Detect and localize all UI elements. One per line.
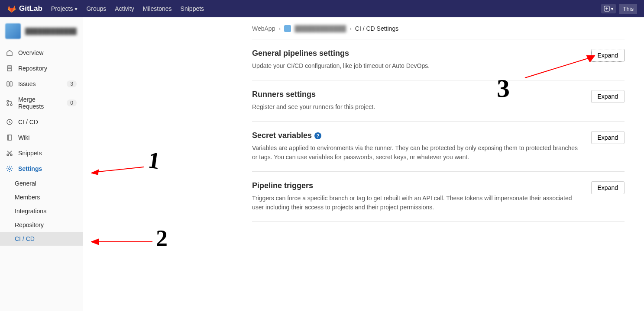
sidebar-item-label: Overview xyxy=(18,49,43,56)
annotation-number-3: 3 xyxy=(497,74,510,103)
sidebar-subitem-integrations[interactable]: Integrations xyxy=(0,204,83,218)
breadcrumb-project[interactable]: ████████████ xyxy=(294,25,346,32)
project-name: ████████████ xyxy=(25,28,77,35)
breadcrumbs: WebApp › ████████████ › CI / CD Settings xyxy=(252,25,625,39)
sidebar-item-snippets[interactable]: Snippets xyxy=(0,145,83,161)
svg-line-17 xyxy=(94,167,144,172)
gear-icon xyxy=(6,165,13,172)
sidebar-subitem-cicd[interactable]: CI / CD xyxy=(0,232,83,246)
section-desc: Register and see your runners for this p… xyxy=(252,103,583,112)
sidebar-item-settings[interactable]: Settings xyxy=(0,161,83,176)
home-icon xyxy=(6,49,13,56)
chevron-right-icon: › xyxy=(278,25,281,32)
breadcrumb-root[interactable]: WebApp xyxy=(252,25,275,32)
sidebar-item-label: Issues xyxy=(18,80,36,87)
sidebar-item-overview[interactable]: Overview xyxy=(0,45,83,61)
issues-badge: 3 xyxy=(67,80,77,87)
section-pipeline-triggers: Pipeline triggers Triggers can force a s… xyxy=(252,172,625,222)
section-desc: Update your CI/CD configuration, like jo… xyxy=(252,61,583,71)
sidebar-item-repository[interactable]: Repository xyxy=(0,61,83,76)
nav-milestones[interactable]: Milestones xyxy=(143,5,172,12)
doc-icon xyxy=(6,65,13,72)
nav-snippets[interactable]: Snippets xyxy=(181,5,204,12)
svg-point-9 xyxy=(7,104,9,106)
main-content: WebApp › ████████████ › CI / CD Settings… xyxy=(83,17,644,311)
svg-rect-7 xyxy=(10,82,12,86)
nav-activity[interactable]: Activity xyxy=(115,5,134,12)
clock-icon xyxy=(6,119,13,125)
section-secret-variables: Secret variables ? Variables are applied… xyxy=(252,122,625,172)
book-icon xyxy=(6,134,13,141)
plus-icon xyxy=(604,6,610,12)
top-navbar: GitLab Projects▾ Groups Activity Milesto… xyxy=(0,0,644,17)
section-runners: Runners settings Register and see your r… xyxy=(252,80,625,122)
section-general-pipelines: General pipelines settings Update your C… xyxy=(252,39,625,80)
project-sidebar: ████████████ Overview Repository Issues … xyxy=(0,17,83,311)
sidebar-item-label: Repository xyxy=(18,65,47,72)
expand-button-runners[interactable]: Expand xyxy=(591,90,625,103)
annotation-arrow-2 xyxy=(87,236,157,249)
expand-button-general[interactable]: Expand xyxy=(591,49,625,62)
sidebar-item-label: CI / CD xyxy=(18,119,38,125)
sidebar-subitem-members[interactable]: Members xyxy=(0,190,83,204)
sidebar-item-label: Wiki xyxy=(18,134,29,141)
gitlab-logo-icon xyxy=(7,4,16,13)
this-button[interactable]: This xyxy=(619,4,637,14)
section-title: Secret variables ? xyxy=(252,131,583,140)
sidebar-item-merge-requests[interactable]: Merge Requests 0 xyxy=(0,92,83,114)
sidebar-subitem-general[interactable]: General xyxy=(0,176,83,190)
navbar-right: ▾ This xyxy=(601,4,637,14)
mr-badge: 0 xyxy=(67,99,77,106)
sidebar-subitem-repository[interactable]: Repository xyxy=(0,218,83,232)
sidebar-item-wiki[interactable]: Wiki xyxy=(0,130,83,145)
project-avatar-small xyxy=(284,25,291,32)
svg-rect-6 xyxy=(7,82,9,86)
sidebar-item-label: Snippets xyxy=(18,150,42,157)
navbar-items: Projects▾ Groups Activity Milestones Sni… xyxy=(51,5,204,12)
section-title: Pipeline triggers xyxy=(252,181,583,190)
section-title: Runners settings xyxy=(252,90,583,99)
sidebar-item-issues[interactable]: Issues 3 xyxy=(0,76,83,92)
chevron-down-icon: ▾ xyxy=(74,5,78,12)
breadcrumb-current: CI / CD Settings xyxy=(355,25,398,32)
svg-rect-12 xyxy=(7,135,12,140)
section-desc: Triggers can force a specific branch or … xyxy=(252,194,583,212)
sidebar-item-label: Merge Requests xyxy=(18,96,61,110)
chevron-down-icon: ▾ xyxy=(611,6,613,11)
svg-marker-18 xyxy=(91,170,99,175)
expand-button-secret-vars[interactable]: Expand xyxy=(591,131,625,144)
section-desc: Variables are applied to environments vi… xyxy=(252,144,583,162)
brand-text: GitLab xyxy=(19,4,42,13)
new-dropdown-button[interactable]: ▾ xyxy=(601,4,616,13)
annotation-number-1: 1 xyxy=(146,146,162,174)
help-icon[interactable]: ? xyxy=(314,132,321,139)
annotation-arrow-1 xyxy=(87,164,148,176)
nav-projects[interactable]: Projects▾ xyxy=(51,5,78,12)
scissors-icon xyxy=(6,150,13,157)
svg-point-10 xyxy=(10,104,12,106)
annotation-number-2: 2 xyxy=(156,225,168,252)
svg-point-16 xyxy=(9,168,10,170)
chevron-right-icon: › xyxy=(350,25,352,32)
sidebar-item-label: Settings xyxy=(18,165,42,172)
project-avatar xyxy=(5,23,21,39)
issues-icon xyxy=(6,80,13,87)
sidebar-item-cicd[interactable]: CI / CD xyxy=(0,114,83,130)
expand-button-triggers[interactable]: Expand xyxy=(591,181,625,194)
sidebar-project-header[interactable]: ████████████ xyxy=(0,17,83,45)
section-title: General pipelines settings xyxy=(252,49,583,58)
merge-icon xyxy=(6,99,13,106)
gitlab-brand[interactable]: GitLab xyxy=(7,4,42,13)
svg-marker-20 xyxy=(91,239,99,245)
svg-point-8 xyxy=(7,100,9,102)
nav-groups[interactable]: Groups xyxy=(86,5,106,12)
